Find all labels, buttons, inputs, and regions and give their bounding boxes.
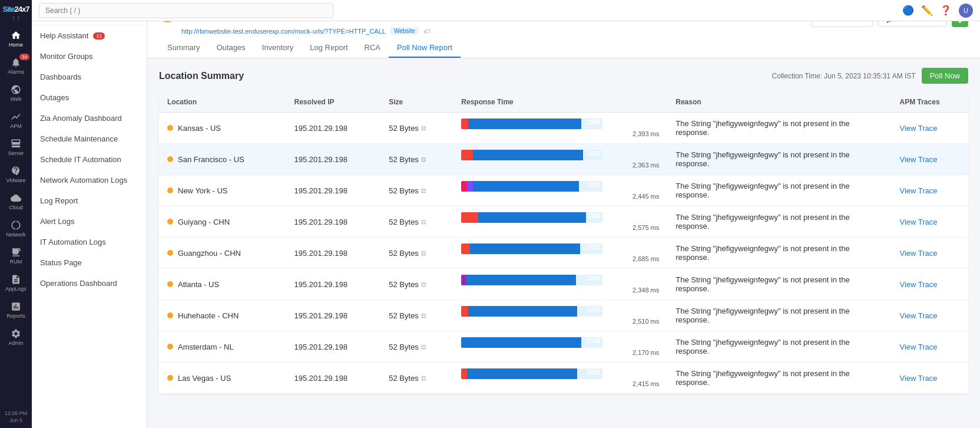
collection-time: Collection Time: Jun 5, 2023 10:35:31 AM… xyxy=(772,72,916,80)
sidebar-item-zia-anomaly[interactable]: Zia Anomaly Dashboard xyxy=(32,108,147,129)
tab-rca[interactable]: RCA xyxy=(356,38,389,58)
outages-label: Outages xyxy=(40,93,69,102)
content-area: Location Summary Collection Time: Jun 5,… xyxy=(147,58,980,428)
nav-reports[interactable]: Reports xyxy=(0,297,32,324)
size-icon: ⊡ xyxy=(421,281,426,288)
view-trace-link[interactable]: View Trace xyxy=(900,280,938,289)
size-icon: ⊡ xyxy=(421,375,426,381)
cell-view-trace: View Trace xyxy=(892,206,968,238)
cell-ip: 195.201.29.198 xyxy=(286,363,381,394)
help-icon[interactable]: ❓ xyxy=(940,5,952,16)
status-dot xyxy=(167,250,173,256)
nav-server[interactable]: Server xyxy=(0,134,32,161)
table-header: Location Resolved IP Size Response Time … xyxy=(159,92,968,113)
tab-inventory[interactable]: Inventory xyxy=(254,38,302,58)
monitor-url-link[interactable]: http://rbmwebsite-test.enduserexp.com/mo… xyxy=(181,28,386,35)
view-trace-link[interactable]: View Trace xyxy=(900,311,938,320)
nav-web[interactable]: Web xyxy=(0,80,32,107)
bar-label: 2330 xyxy=(587,307,600,313)
poll-now-button[interactable]: Poll Now xyxy=(922,68,968,84)
help-assistant-label: Help Assistant xyxy=(40,31,88,40)
col-resolved-ip: Resolved IP xyxy=(286,92,381,113)
view-trace-link[interactable]: View Trace xyxy=(900,155,938,164)
view-trace-link[interactable]: View Trace xyxy=(900,124,938,133)
bar-segment xyxy=(478,212,585,223)
tabs: Summary Outages Inventory Log Report RCA… xyxy=(159,38,968,58)
cell-size: 52 Bytes ⊡ xyxy=(380,113,453,144)
size-icon: ⊡ xyxy=(421,344,426,350)
tab-poll-now-report[interactable]: Poll Now Report xyxy=(389,38,461,58)
cell-reason: The String "jhefigyweignfegwy" is not pr… xyxy=(667,300,891,331)
nav-time: 12:06 PMJun 5 xyxy=(5,410,28,428)
status-dot xyxy=(167,219,173,225)
response-time-value: 2,170 ms xyxy=(461,349,659,356)
help-assistant-badge: 11 xyxy=(93,32,105,39)
monitor-url-row: http://rbmwebsite-test.enduserexp.com/mo… xyxy=(181,27,430,35)
app-logo[interactable]: Site24x7 ⋮⋮ xyxy=(3,5,29,21)
sidebar-item-schedule-maintenance[interactable]: Schedule Maintenance xyxy=(32,129,147,149)
sidebar-item-dashboards[interactable]: Dashboards xyxy=(32,67,147,87)
bar-segment xyxy=(466,275,576,285)
nav-admin[interactable]: Admin xyxy=(0,324,32,351)
cell-response-time: 22812,415 ms xyxy=(453,363,667,394)
view-trace-link[interactable]: View Trace xyxy=(900,218,938,226)
sidebar-item-operations-dashboard[interactable]: Operations Dashboard xyxy=(32,273,147,294)
cell-ip: 195.201.29.198 xyxy=(286,206,381,238)
response-time-value: 2,363 ms xyxy=(461,162,659,169)
bar-segment xyxy=(468,118,581,129)
cell-ip: 195.201.29.198 xyxy=(286,269,381,300)
edit-icon[interactable]: ✏️ xyxy=(921,5,933,16)
response-time-value: 2,510 ms xyxy=(461,318,659,325)
tab-summary[interactable]: Summary xyxy=(159,38,208,58)
cell-response-time: 23602,575 ms xyxy=(453,206,667,238)
sidebar-item-log-report[interactable]: Log Report xyxy=(32,190,147,211)
dashboards-label: Dashboards xyxy=(40,73,81,81)
nav-cloud[interactable]: Cloud xyxy=(0,188,32,215)
sidebar-item-status-page[interactable]: Status Page xyxy=(32,252,147,273)
size-icon: ⊡ xyxy=(421,125,426,131)
operations-dashboard-label: Operations Dashboard xyxy=(40,279,117,288)
cell-ip: 195.201.29.198 xyxy=(286,113,381,144)
sidebar-item-monitor-groups[interactable]: Monitor Groups xyxy=(32,46,147,67)
tab-log-report[interactable]: Log Report xyxy=(302,38,356,58)
sidebar-item-network-automation-logs[interactable]: Network Automation Logs xyxy=(32,170,147,190)
sidebar-item-help-assistant[interactable]: Help Assistant 11 xyxy=(32,25,147,46)
sidebar-item-schedule-it[interactable]: Schedule IT Automation xyxy=(32,149,147,170)
cell-response-time: 21602,170 ms xyxy=(453,331,667,363)
size-icon: ⊡ xyxy=(421,187,426,194)
view-trace-link[interactable]: View Trace xyxy=(900,374,938,383)
table-row: Kansas - US195.201.29.19852 Bytes ⊡22692… xyxy=(159,113,968,144)
network-automation-logs-label: Network Automation Logs xyxy=(40,176,127,185)
cell-reason: The String "jhefigyweignfegwy" is not pr… xyxy=(667,363,891,394)
nav-applogs[interactable]: AppLogs xyxy=(0,269,32,297)
nav-network[interactable]: Network xyxy=(0,215,32,242)
avatar[interactable]: U xyxy=(959,4,973,18)
nav-vmware[interactable]: VMware xyxy=(0,161,32,188)
tab-outages[interactable]: Outages xyxy=(208,38,254,58)
cell-response-time: 22392,445 ms xyxy=(453,175,667,206)
bar-segment xyxy=(470,243,580,254)
table-row: Huhehaote - CHN195.201.29.19852 Bytes ⊡2… xyxy=(159,300,968,331)
nav-alarms[interactable]: Alarms 34 xyxy=(0,52,32,80)
table-body: Kansas - US195.201.29.19852 Bytes ⊡22692… xyxy=(159,113,968,394)
topbar: 🔵 ✏️ ❓ U xyxy=(147,0,980,21)
it-automation-logs-label: IT Automation Logs xyxy=(40,238,106,246)
cell-location: San Francisco - US xyxy=(159,144,286,175)
sidebar-item-outages[interactable]: Outages xyxy=(32,87,147,108)
nav-apm[interactable]: APM xyxy=(0,107,32,134)
response-time-value: 2,685 ms xyxy=(461,255,659,262)
view-trace-link[interactable]: View Trace xyxy=(900,186,938,195)
sidebar-item-it-automation-logs[interactable]: IT Automation Logs xyxy=(32,232,147,252)
nav-home[interactable]: Home xyxy=(0,25,32,52)
view-trace-link[interactable]: View Trace xyxy=(900,249,938,258)
notifications-icon[interactable]: 🔵 xyxy=(902,5,914,16)
nav-rum[interactable]: RUM xyxy=(0,242,32,269)
sidebar-item-alert-logs[interactable]: Alert Logs xyxy=(32,211,147,232)
monitor-tag: Website xyxy=(390,27,419,35)
cell-ip: 195.201.29.198 xyxy=(286,144,381,175)
search-input[interactable] xyxy=(147,3,333,18)
view-trace-link[interactable]: View Trace xyxy=(900,343,938,351)
cell-size: 52 Bytes ⊡ xyxy=(380,300,453,331)
cell-ip: 195.201.29.198 xyxy=(286,175,381,206)
icon-nav: Site24x7 ⋮⋮ Home Alarms 34 Web APM Serve… xyxy=(0,0,32,428)
